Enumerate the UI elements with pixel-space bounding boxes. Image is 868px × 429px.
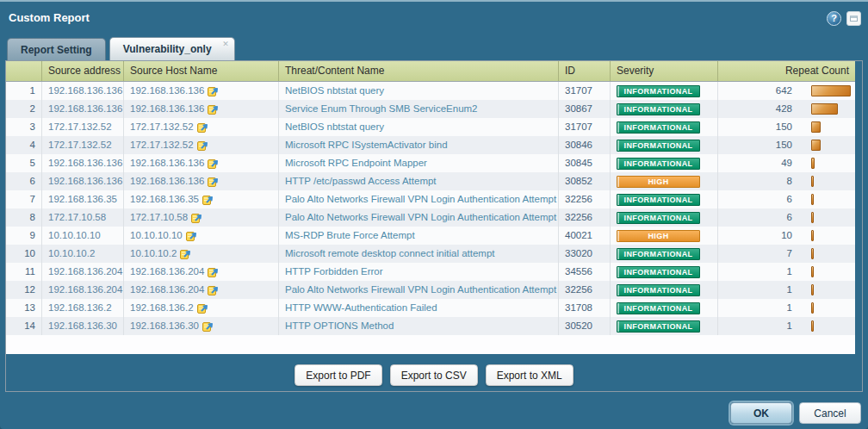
cell-source-host[interactable]: 192.168.136.136 <box>124 82 279 100</box>
cell-repeat-count: 10 <box>718 227 855 245</box>
resolve-hostname-icon[interactable] <box>186 230 197 241</box>
cell-source-address[interactable]: 10.10.10.10 <box>42 227 124 245</box>
cell-severity: INFORMATIONAL <box>611 190 718 208</box>
cell-source-address[interactable]: 192.168.136.30 <box>42 317 124 335</box>
cell-repeat-count: 642 <box>718 82 855 100</box>
repeat-count-value: 150 <box>724 136 792 154</box>
restore-window-icon[interactable] <box>846 11 861 26</box>
cell-source-host[interactable]: 192.168.136.204 <box>124 281 279 299</box>
cell-threat-id: 31708 <box>559 299 611 317</box>
cell-source-host[interactable]: 192.168.136.204 <box>124 263 279 281</box>
resolve-hostname-icon[interactable] <box>208 103 219 115</box>
resolve-hostname-icon[interactable] <box>208 158 219 169</box>
repeat-count-value: 10 <box>724 227 792 245</box>
cell-row-number: 2 <box>6 100 42 118</box>
cell-source-address[interactable]: 172.17.132.52 <box>42 118 124 136</box>
cell-threat-name[interactable]: HTTP Forbidden Error <box>279 263 559 281</box>
cell-threat-id: 40021 <box>559 227 611 245</box>
cell-threat-id: 32256 <box>559 208 611 227</box>
resolve-hostname-icon[interactable] <box>202 194 214 205</box>
resolve-hostname-icon[interactable] <box>208 85 219 96</box>
ok-button[interactable]: OK <box>730 402 792 424</box>
table-row: 6192.168.136.136192.168.136.136 HTTP /et… <box>6 172 855 190</box>
tab-report-setting[interactable]: Report Setting <box>7 38 106 60</box>
column-header-source-host-name[interactable]: Source Host Name <box>124 61 279 81</box>
cell-row-number: 3 <box>6 118 42 136</box>
table-body: 1192.168.136.136192.168.136.136 NetBIOS … <box>6 82 855 335</box>
cancel-button[interactable]: Cancel <box>799 402 861 424</box>
cell-source-host[interactable]: 192.168.136.35 <box>124 190 279 208</box>
table-row: 3172.17.132.52172.17.132.52 NetBIOS nbts… <box>6 118 855 136</box>
cell-source-address[interactable]: 10.10.10.2 <box>42 245 124 263</box>
column-header-severity[interactable]: Severity <box>611 61 718 81</box>
resolve-hostname-icon[interactable] <box>197 302 208 314</box>
cell-repeat-count: 8 <box>718 172 855 190</box>
repeat-count-bar <box>811 176 814 187</box>
cell-threat-name[interactable]: Palo Alto Networks Firewall VPN Login Au… <box>279 208 559 227</box>
column-header-row-number[interactable] <box>6 61 42 81</box>
column-header-repeat-count[interactable]: Repeat Count <box>718 61 855 81</box>
cell-threat-name[interactable]: Microsoft remote desktop connect initial… <box>279 245 559 263</box>
help-icon[interactable]: ? <box>827 11 841 26</box>
cell-repeat-count: 6 <box>718 190 855 208</box>
cell-threat-name[interactable]: Palo Alto Networks Firewall VPN Login Au… <box>279 281 559 299</box>
repeat-count-value: 6 <box>724 190 792 208</box>
cell-source-address[interactable]: 192.168.136.136 <box>42 154 124 172</box>
cell-source-address[interactable]: 192.168.136.136 <box>42 100 124 118</box>
cell-source-host[interactable]: 10.10.10.2 <box>124 245 279 263</box>
cell-source-host[interactable]: 192.168.136.136 <box>124 100 279 118</box>
resolve-hostname-icon[interactable] <box>191 212 202 223</box>
cell-source-address[interactable]: 172.17.132.52 <box>42 136 124 154</box>
resolve-hostname-icon[interactable] <box>202 320 214 332</box>
cell-source-address[interactable]: 192.168.136.136 <box>42 82 124 100</box>
cell-source-address[interactable]: 192.168.136.204 <box>42 263 124 281</box>
resolve-hostname-icon[interactable] <box>197 121 208 133</box>
export-csv-button[interactable]: Export to CSV <box>390 364 478 386</box>
cell-threat-name[interactable]: Microsoft RPC ISystemActivator bind <box>279 136 559 154</box>
export-xml-button[interactable]: Export to XML <box>486 364 574 386</box>
cell-source-address[interactable]: 192.168.136.136 <box>42 172 124 190</box>
resolve-hostname-icon[interactable] <box>208 284 219 295</box>
resolve-hostname-icon[interactable] <box>208 266 219 277</box>
export-pdf-button[interactable]: Export to PDF <box>294 364 381 386</box>
table-row: 12192.168.136.204192.168.136.204 Palo Al… <box>6 281 855 299</box>
cell-source-host[interactable]: 172.17.132.52 <box>124 118 279 136</box>
cell-threat-name[interactable]: MS-RDP Brute Force Attempt <box>279 227 559 245</box>
cell-source-host[interactable]: 10.10.10.10 <box>124 227 279 245</box>
cell-threat-name[interactable]: Palo Alto Networks Firewall VPN Login Au… <box>279 190 559 208</box>
cell-threat-name[interactable]: HTTP /etc/passwd Access Attempt <box>279 172 559 190</box>
cell-threat-id: 30845 <box>559 154 611 172</box>
cell-source-host[interactable]: 192.168.136.136 <box>124 154 279 172</box>
cell-threat-name[interactable]: Service Enum Through SMB ServiceEnum2 <box>279 100 559 118</box>
column-header-id[interactable]: ID <box>559 61 611 81</box>
cell-repeat-count: 6 <box>718 208 855 227</box>
cell-source-address[interactable]: 192.168.136.35 <box>42 190 124 208</box>
resolve-hostname-icon[interactable] <box>208 176 219 187</box>
cell-threat-id: 34556 <box>559 263 611 281</box>
cell-source-address[interactable]: 192.168.136.2 <box>42 299 124 317</box>
resolve-hostname-icon[interactable] <box>180 248 191 259</box>
cell-threat-name[interactable]: Microsoft RPC Endpoint Mapper <box>279 154 559 172</box>
cell-source-host[interactable]: 172.17.10.58 <box>124 208 279 227</box>
column-header-source-address[interactable]: Source address <box>42 61 124 81</box>
cell-source-host[interactable]: 192.168.136.30 <box>124 317 279 335</box>
cell-source-host[interactable]: 192.168.136.136 <box>124 172 279 190</box>
tab-vulnerability-only[interactable]: Vulnerability_only ✕ <box>109 37 235 60</box>
column-header-threat-content-name[interactable]: Threat/Content Name <box>279 61 559 81</box>
cell-threat-name[interactable]: NetBIOS nbtstat query <box>279 82 559 100</box>
cell-threat-name[interactable]: HTTP OPTIONS Method <box>279 317 559 335</box>
cell-source-address[interactable]: 192.168.136.204 <box>42 281 124 299</box>
cell-source-host[interactable]: 172.17.132.52 <box>124 136 279 154</box>
cell-threat-name[interactable]: NetBIOS nbtstat query <box>279 118 559 136</box>
footer-buttons: OK Cancel <box>730 402 861 424</box>
cell-threat-name[interactable]: HTTP WWW-Authentication Failed <box>279 299 559 317</box>
resolve-hostname-icon[interactable] <box>197 140 208 151</box>
cell-source-host[interactable]: 192.168.136.2 <box>124 299 279 317</box>
tab-close-icon[interactable]: ✕ <box>221 40 231 49</box>
cell-source-address[interactable]: 172.17.10.58 <box>42 208 124 227</box>
cell-severity: INFORMATIONAL <box>611 100 718 118</box>
severity-badge: INFORMATIONAL <box>617 194 700 206</box>
cell-repeat-count: 1 <box>718 299 855 317</box>
tab-bar: Report Setting Vulnerability_only ✕ <box>7 37 239 60</box>
repeat-count-bar <box>811 266 814 277</box>
